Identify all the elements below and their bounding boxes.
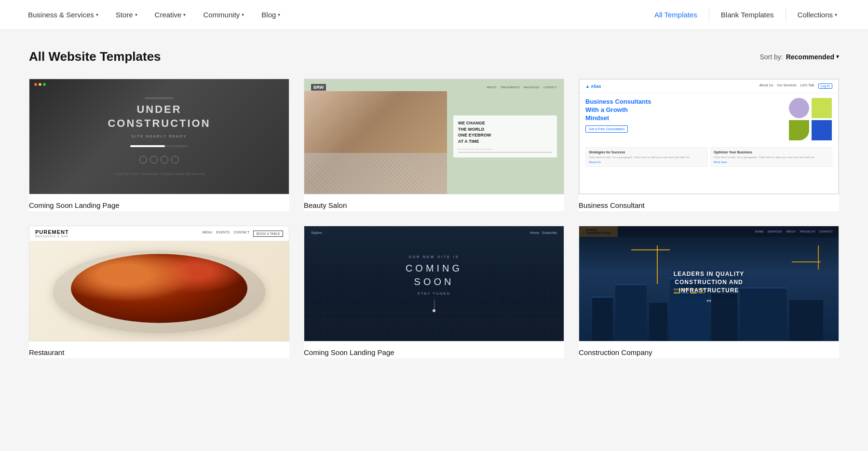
nav-label-business-services: Business & Services [28, 11, 94, 19]
nav-collections[interactable]: Collections ▾ [786, 0, 849, 30]
template-card-coming-soon-1[interactable]: UNDERCONSTRUCTION SITE NEARLY READY © 20… [29, 79, 289, 211]
edit-button[interactable]: Edit [713, 128, 744, 145]
card-label-restaurant: Restaurant [29, 342, 289, 358]
card-label-business-consultant: Business Consultant [579, 194, 839, 211]
nav-right: All Templates Blank Templates Collection… [643, 0, 849, 30]
card-label-coming-soon-1: Coming Soon Landing Page [29, 194, 289, 211]
nav-label-blog: Blog [261, 11, 276, 19]
sort-dropdown[interactable]: Recommended ▾ [786, 53, 839, 61]
chevron-down-icon: ▾ [835, 12, 837, 17]
template-card-business-consultant[interactable]: ▲ Alias About UsOur ServicesLet's Talk L… [579, 79, 839, 211]
nav-left: Business & Services ▾ Store ▾ Creative ▾… [19, 0, 643, 30]
chevron-down-icon: ▾ [135, 12, 137, 17]
nav-label-all-templates: All Templates [654, 11, 697, 19]
view-button[interactable]: View [674, 128, 707, 145]
chevron-down-icon: ▾ [242, 12, 244, 17]
nav-label-collections: Collections [798, 11, 833, 19]
card-thumb-restaurant: PUREMENT BRASSERIE & BAR MENUEVENTSCONTA… [29, 226, 289, 342]
view-button[interactable]: View [399, 275, 432, 292]
nav-item-blog[interactable]: Blog ▾ [253, 0, 289, 30]
edit-button[interactable]: Edit [438, 128, 469, 145]
nav-label-store: Store [116, 11, 133, 19]
template-card-beauty-salon[interactable]: BRW ABOUTTREATMENTSPACKAGESCONTACT [304, 79, 564, 211]
card-thumb-coming-soon-2: Skyline Home Subscribe OUR NEW SITE IS C… [304, 226, 564, 342]
card-label-coming-soon-2: Coming Soon Landing Page [304, 342, 564, 358]
card-label-beauty-salon: Beauty Salon [304, 194, 564, 211]
card-thumb-coming-soon-1: UNDERCONSTRUCTION SITE NEARLY READY © 20… [29, 79, 289, 194]
templates-grid: UNDERCONSTRUCTION SITE NEARLY READY © 20… [29, 79, 839, 358]
chevron-down-icon: ▾ [278, 12, 280, 17]
view-button[interactable]: View [124, 275, 157, 292]
template-card-coming-soon-2[interactable]: Skyline Home Subscribe OUR NEW SITE IS C… [304, 226, 564, 358]
chevron-down-icon: ▾ [836, 54, 839, 60]
edit-button[interactable]: Edit [163, 275, 194, 292]
nav-item-creative[interactable]: Creative ▾ [146, 0, 195, 30]
nav-item-store[interactable]: Store ▾ [107, 0, 146, 30]
nav-label-blank-templates: Blank Templates [721, 11, 774, 19]
edit-button[interactable]: Edit [438, 275, 469, 292]
edit-button[interactable]: Edit [163, 128, 194, 145]
view-button[interactable]: View [399, 128, 432, 145]
page-title: All Website Templates [29, 49, 161, 64]
chevron-down-icon: ▾ [96, 12, 98, 17]
view-button[interactable]: View [124, 128, 157, 145]
card-thumb-construction-company: SPHERECONSTRUCTIONS HOMESERVICESABOUTPRO… [579, 226, 839, 342]
header-row: All Website Templates Sort by: Recommend… [29, 49, 839, 64]
nav-label-community: Community [203, 11, 240, 19]
nav-all-templates[interactable]: All Templates [643, 0, 709, 30]
nav-item-community[interactable]: Community ▾ [194, 0, 253, 30]
sort-label: Sort by: [760, 53, 783, 61]
main-content: All Website Templates Sort by: Recommend… [0, 30, 868, 378]
navigation: Business & Services ▾ Store ▾ Creative ▾… [0, 0, 868, 30]
template-card-construction-company[interactable]: SPHERECONSTRUCTIONS HOMESERVICESABOUTPRO… [579, 226, 839, 358]
sort-controls: Sort by: Recommended ▾ [760, 53, 839, 61]
card-thumb-beauty-salon: BRW ABOUTTREATMENTSPACKAGESCONTACT [304, 79, 564, 194]
chevron-down-icon: ▾ [183, 12, 186, 17]
nav-item-business-services[interactable]: Business & Services ▾ [19, 0, 107, 30]
card-label-construction-company: Construction Company [579, 342, 839, 358]
nav-blank-templates[interactable]: Blank Templates [709, 0, 786, 30]
sort-value-text: Recommended [786, 53, 834, 61]
card-thumb-business-consultant: ▲ Alias About UsOur ServicesLet's Talk L… [579, 79, 839, 194]
template-card-restaurant[interactable]: PUREMENT BRASSERIE & BAR MENUEVENTSCONTA… [29, 226, 289, 358]
nav-label-creative: Creative [155, 11, 182, 19]
